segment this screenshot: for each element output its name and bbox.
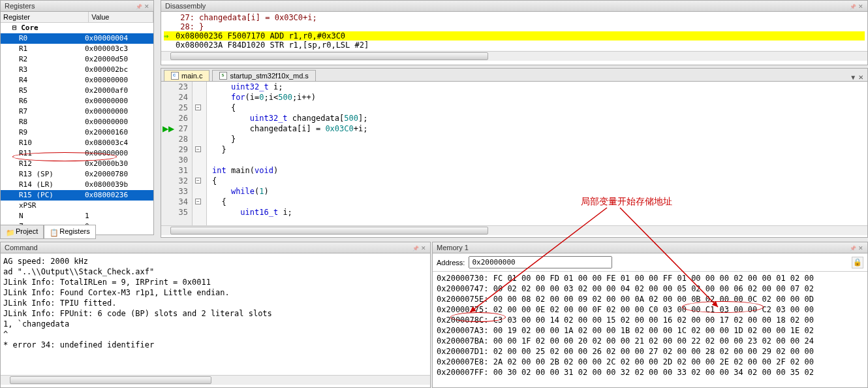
code-line[interactable]: uint32_t i;	[207, 82, 867, 92]
register-row[interactable]: N1	[1, 211, 153, 221]
line-number: 32	[161, 176, 192, 186]
command-line: * error 34: undefined identifier	[3, 340, 427, 350]
fold-marker[interactable]: −	[193, 144, 206, 155]
tab-registers[interactable]: 📋Registers	[44, 225, 95, 239]
register-row[interactable]: R00x00000004	[1, 33, 153, 44]
code-line[interactable]: uint32_t changedata[500];	[207, 113, 867, 123]
scrollbar-thumb[interactable]	[10, 376, 211, 384]
disasm-line[interactable]: 27: changedata[i] = 0x03C0+i;	[164, 13, 865, 22]
reg-col-register[interactable]: Register	[1, 12, 89, 23]
code-line[interactable]: {	[207, 197, 867, 207]
memory-title: Memory 1	[437, 244, 469, 251]
memory-row[interactable]: 0x200007BA: 00 00 1F 02 00 00 20 02 00 0…	[437, 336, 863, 346]
register-row[interactable]: R13 (SP)0x20000780	[1, 169, 153, 180]
register-row[interactable]: R120x20000b30	[1, 159, 153, 169]
code-line[interactable]: while(1)	[207, 186, 867, 197]
memory-panel: Memory 1 Address: 🔒 0x20000730: FC 01 00…	[432, 242, 868, 388]
tab-project[interactable]: 📁Project	[0, 225, 44, 239]
pin-icon[interactable]	[412, 244, 419, 251]
disasm-body[interactable]: 27: changedata[i] = 0x03C0+i; 28: }⇒0x08…	[161, 12, 867, 51]
code-line[interactable]	[207, 155, 867, 165]
line-number: 23	[161, 82, 192, 92]
fold-marker[interactable]	[193, 92, 206, 103]
fold-marker[interactable]: −	[193, 197, 206, 207]
register-row[interactable]: R60x00000000	[1, 96, 153, 106]
tab-dropdown-icon[interactable]: ▼ ✕	[846, 74, 867, 81]
code-area[interactable]: uint32_t i; for(i=0;i<500;i++) { uint32_…	[207, 82, 867, 225]
register-row[interactable]: R80x00000000	[1, 117, 153, 127]
register-row[interactable]: R90x20000160	[1, 127, 153, 138]
fold-marker[interactable]	[193, 155, 206, 165]
register-row[interactable]: R110x00000000	[1, 148, 153, 159]
lock-icon[interactable]: 🔒	[852, 257, 863, 268]
fold-marker[interactable]	[193, 186, 206, 197]
register-row[interactable]: R100x080003c4	[1, 138, 153, 148]
code-line[interactable]: {	[207, 103, 867, 113]
scrollbar-thumb[interactable]	[170, 227, 488, 234]
memory-row[interactable]: 0x200007FF: 00 30 02 00 00 31 02 00 00 3…	[437, 367, 863, 378]
memory-row[interactable]: 0x20000747: 00 02 02 00 00 03 02 00 00 0…	[437, 283, 863, 294]
register-row[interactable]: R40x00000000	[1, 75, 153, 86]
fold-marker[interactable]: −	[193, 103, 206, 113]
source-hscroll[interactable]	[161, 225, 867, 235]
close-icon[interactable]	[144, 2, 149, 10]
fold-marker[interactable]	[193, 165, 206, 176]
memory-address-input[interactable]	[469, 256, 612, 268]
memory-row[interactable]: 0x20000730: FC 01 00 00 FD 01 00 00 FE 0…	[437, 273, 863, 283]
register-row[interactable]: xPSR	[1, 201, 153, 211]
register-row[interactable]: R10x000003c3	[1, 44, 153, 54]
command-body[interactable]: AG speed: 2000 kHzad "..\\Output\\Stack_…	[1, 253, 430, 375]
memory-body[interactable]: 0x20000730: FC 01 00 00 FD 01 00 00 FE 0…	[433, 272, 867, 379]
fold-marker[interactable]	[193, 134, 206, 144]
disasm-hscroll[interactable]	[161, 51, 867, 61]
scrollbar-thumb[interactable]	[170, 52, 488, 60]
pin-icon[interactable]	[850, 244, 856, 251]
source-body: 23242526272829303132333435 −−−− uint32_t…	[161, 82, 867, 225]
disasm-line[interactable]: 0x0800023A F84D1020 STR r1,[sp,r0,LSL #2…	[164, 40, 865, 50]
tab-startup-s[interactable]: startup_stm32f10x_md.s	[212, 70, 315, 81]
code-line[interactable]: int main(void)	[207, 165, 867, 176]
fold-marker[interactable]: −	[193, 176, 206, 186]
command-hscroll[interactable]	[1, 375, 430, 385]
reg-col-value[interactable]: Value	[89, 12, 153, 23]
tab-main-c[interactable]: main.c	[164, 70, 209, 81]
pin-icon[interactable]	[136, 2, 142, 10]
code-line[interactable]: uint16_t i;	[207, 207, 867, 218]
code-line[interactable]: changedata[i] = 0x03C0+i;	[207, 123, 867, 134]
code-line[interactable]: {	[207, 176, 867, 186]
register-row[interactable]: R50x20000af0	[1, 86, 153, 96]
command-line: JLink Info: Found Cortex-M3 r1p1, Little…	[3, 287, 427, 298]
memory-row[interactable]: 0x2000078C: C3 03 00 00 14 02 00 00 15 0…	[437, 315, 863, 325]
fold-marker[interactable]	[193, 113, 206, 123]
fold-marker[interactable]	[193, 82, 206, 92]
memory-row[interactable]: 0x20000775: 02 00 00 0E 02 00 00 0F 02 0…	[437, 304, 863, 315]
annotation-label: 局部变量开始存储地址	[581, 196, 672, 208]
memory-row[interactable]: 0x200007E8: 2A 02 00 00 2B 02 00 00 2C 0…	[437, 357, 863, 367]
close-icon[interactable]	[858, 2, 863, 10]
memory-title-bar: Memory 1	[433, 242, 867, 253]
line-number: 25	[161, 103, 192, 113]
register-group[interactable]: ⊟ Core	[1, 23, 153, 33]
memory-address-label: Address:	[437, 259, 465, 267]
disasm-line[interactable]: ⇒0x08000236 F5007170 ADD r1,r0,#0x3C0	[164, 31, 865, 40]
disasm-line[interactable]: 28: }	[164, 22, 865, 31]
memory-row[interactable]: 0x200007D1: 02 00 00 25 02 00 00 26 02 0…	[437, 346, 863, 357]
code-line[interactable]: for(i=0;i<500;i++)	[207, 92, 867, 103]
register-row[interactable]: R20x20000d50	[1, 54, 153, 65]
register-row[interactable]: R14 (LR)0x0800039b	[1, 180, 153, 190]
pin-icon[interactable]	[850, 2, 856, 10]
line-number: 30	[161, 155, 192, 165]
fold-marker[interactable]	[193, 123, 206, 134]
code-line[interactable]: }	[207, 134, 867, 144]
registers-panel: Registers Register Value ⊟ CoreR00x00000…	[0, 0, 154, 235]
close-icon[interactable]	[858, 244, 863, 251]
code-line[interactable]: }	[207, 144, 867, 155]
registers-scroll[interactable]: ⊟ CoreR00x00000004R10x000003c3R20x20000d…	[1, 23, 153, 231]
fold-marker[interactable]	[193, 207, 206, 218]
memory-row[interactable]: 0x2000075E: 00 00 08 02 00 00 09 02 00 0…	[437, 294, 863, 304]
register-row[interactable]: R15 (PC)0x08000236	[1, 190, 153, 201]
register-row[interactable]: R70x00000000	[1, 106, 153, 117]
close-icon[interactable]	[421, 244, 426, 251]
register-row[interactable]: R30x000002bc	[1, 65, 153, 75]
memory-row[interactable]: 0x200007A3: 00 19 02 00 00 1A 02 00 00 1…	[437, 325, 863, 336]
